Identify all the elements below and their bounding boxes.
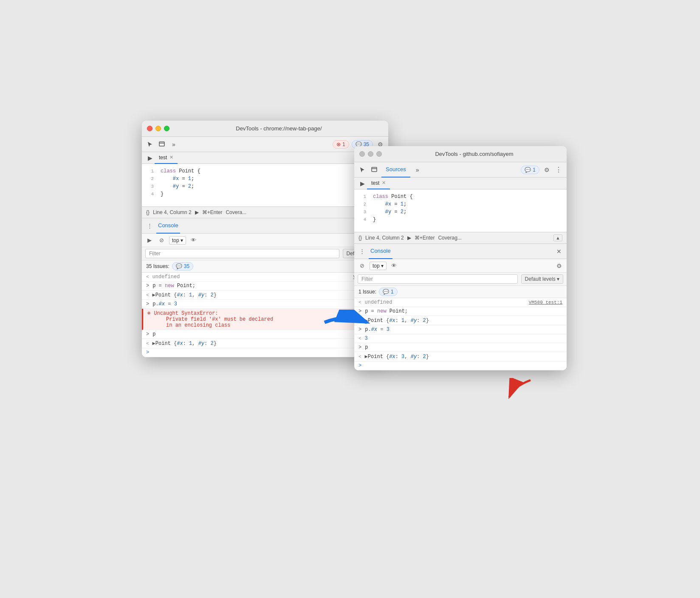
console-line-2: > p = new Point;: [142, 282, 388, 291]
left-devtools-toolbar: » ⊗ 1 💬 35 ⚙: [142, 137, 388, 152]
console-close-button[interactable]: ✕: [555, 248, 563, 255]
left-status-bar: {} Line 4, Column 2 ▶ ⌘+Enter Covera...: [142, 206, 388, 218]
format-icon-r[interactable]: {}: [358, 235, 362, 241]
coverage-label[interactable]: Covera...: [226, 209, 246, 215]
issues-badge-r[interactable]: 💬 1: [521, 166, 539, 174]
sources-tab[interactable]: Sources: [381, 162, 410, 178]
r-console-line-1: < undefined VM580 test:1: [354, 298, 567, 307]
r-code-line-1: 1 class Point {: [354, 193, 567, 200]
maximize-button[interactable]: [164, 126, 169, 131]
cursor-icon-r[interactable]: [358, 165, 367, 175]
console-line-3: < ▶Point {#x: 1, #y: 2}: [142, 291, 388, 300]
cursor-icon[interactable]: [145, 140, 155, 149]
no-icon[interactable]: ⊘: [157, 236, 166, 245]
r-console-line-6: > p: [354, 343, 567, 352]
eye-icon-r[interactable]: 👁: [390, 262, 398, 270]
r-console-line-4: > p.#x = 3: [354, 325, 567, 334]
inspect-icon[interactable]: [157, 140, 167, 149]
error-icon: ⊗: [336, 141, 341, 147]
r-console-line-5: < 3: [354, 334, 567, 343]
console-line-4: > p.#x = 3: [142, 300, 388, 309]
run-status-icon[interactable]: ▶: [195, 209, 199, 215]
right-filter-bar: Filter Default levels ▾: [354, 273, 567, 286]
close-button-r[interactable]: [359, 151, 365, 157]
right-levels-dropdown[interactable]: Default levels ▾: [521, 274, 563, 284]
no-icon-r[interactable]: ⊘: [358, 262, 366, 270]
left-console-controls: ▶ ⊘ top ▾ 👁: [142, 234, 388, 247]
left-editor-tab[interactable]: test ✕: [155, 152, 178, 164]
console-dots-icon-r[interactable]: ⋮: [358, 247, 366, 256]
run-status-icon-r[interactable]: ▶: [407, 235, 411, 241]
issues-badge-count-r: 1: [391, 289, 394, 295]
svg-rect-3: [372, 167, 377, 172]
more-icon-r[interactable]: ⋮: [554, 165, 563, 175]
issues-badge-icon-r: 💬: [383, 289, 389, 295]
error-count: 1: [342, 141, 345, 147]
code-line-1: 1 class Point {: [142, 167, 388, 175]
r-console-line-7: < ▶Point {#x: 3, #y: 2}: [354, 352, 567, 361]
tab-close-icon-r[interactable]: ✕: [382, 180, 386, 186]
right-devtools-toolbar: Sources » 💬 1 ⚙ ⋮: [354, 162, 567, 178]
status-position: Line 4, Column 2: [153, 209, 192, 215]
console-settings-icon[interactable]: ⚙: [555, 262, 563, 270]
close-button[interactable]: [147, 126, 152, 131]
issues-count-r: 1: [533, 167, 536, 173]
filter-placeholder: Filter: [149, 251, 161, 257]
issues-count-label: 35 Issues:: [146, 263, 169, 269]
inspect-icon-r[interactable]: [370, 165, 379, 175]
top-selector-r[interactable]: top ▾: [370, 262, 387, 270]
eye-icon[interactable]: 👁: [189, 236, 198, 245]
minimize-button-r[interactable]: [368, 151, 373, 157]
left-filter-input[interactable]: Filter: [145, 249, 339, 258]
left-console-header: ⋮ Console: [142, 218, 388, 234]
right-devtools-window: DevTools - github.com/sofiayem Sources »…: [354, 146, 567, 370]
run-icon[interactable]: ▶: [145, 153, 155, 163]
coverage-label-r[interactable]: Coverag...: [438, 235, 461, 241]
right-editor-tab[interactable]: test ✕: [367, 178, 390, 189]
error-badge[interactable]: ⊗ 1: [333, 140, 349, 149]
r-console-line-prompt[interactable]: >: [354, 361, 567, 370]
code-line-2: 2 #x = 1;: [142, 175, 388, 183]
left-code-editor: 1 class Point { 2 #x = 1; 3 #y = 2; 4 }: [142, 164, 388, 206]
chevron-right-icon[interactable]: »: [169, 140, 178, 149]
svg-rect-0: [159, 142, 164, 146]
blue-arrow: [320, 310, 367, 335]
maximize-button-r[interactable]: [376, 151, 382, 157]
top-selector[interactable]: top ▾: [169, 236, 186, 245]
r-code-line-4: 4 }: [354, 216, 567, 223]
left-issues-bar: 35 Issues: 💬 35: [142, 260, 388, 273]
console-line-prompt[interactable]: >: [142, 348, 388, 357]
r-console-line-2: > p = new Point;: [354, 307, 567, 316]
issues-badge-inline[interactable]: 💬 35: [172, 262, 193, 271]
red-arrow: [505, 378, 535, 403]
levels-label-r: Default levels: [525, 276, 556, 282]
settings-icon-r[interactable]: ⚙: [542, 165, 551, 175]
right-console-output: < undefined VM580 test:1 > p = new Point…: [354, 298, 567, 370]
status-position-r: Line 4, Column 2: [365, 235, 404, 241]
console-tab-r[interactable]: Console: [369, 244, 392, 259]
issues-count-label-r: 1 Issue:: [358, 289, 376, 295]
run-console-icon[interactable]: ▶: [145, 236, 154, 245]
dropdown-icon: ▾: [181, 237, 183, 243]
issues-badge-inline-r[interactable]: 💬 1: [379, 288, 398, 296]
tab-close-icon[interactable]: ✕: [169, 155, 173, 160]
scroll-up-button[interactable]: ▲: [553, 234, 562, 241]
console-dots-icon[interactable]: ⋮: [145, 222, 154, 230]
minimize-button[interactable]: [155, 126, 161, 131]
r-code-line-2: 2 #x = 1;: [354, 200, 567, 208]
right-filter-input[interactable]: Filter: [358, 274, 518, 284]
right-title-bar: DevTools - github.com/sofiayem: [354, 146, 567, 162]
format-icon[interactable]: {}: [146, 209, 150, 215]
left-tab-bar: ▶ test ✕: [142, 152, 388, 164]
right-console-header: ⋮ Console ✕: [354, 244, 567, 259]
left-window-title: DevTools - chrome://new-tab-page/: [175, 125, 383, 132]
r-code-line-3: 3 #y = 2;: [354, 208, 567, 216]
tab-label: test: [159, 155, 167, 161]
traffic-lights-left: [147, 126, 169, 131]
console-tab[interactable]: Console: [156, 218, 180, 234]
chevron-right-icon-r[interactable]: »: [413, 165, 422, 175]
run-icon-r[interactable]: ▶: [358, 179, 367, 188]
right-code-editor: 1 class Point { 2 #x = 1; 3 #y = 2; 4 }: [354, 189, 567, 232]
filter-placeholder-r: Filter: [361, 276, 373, 282]
left-title-bar: DevTools - chrome://new-tab-page/: [142, 121, 388, 137]
